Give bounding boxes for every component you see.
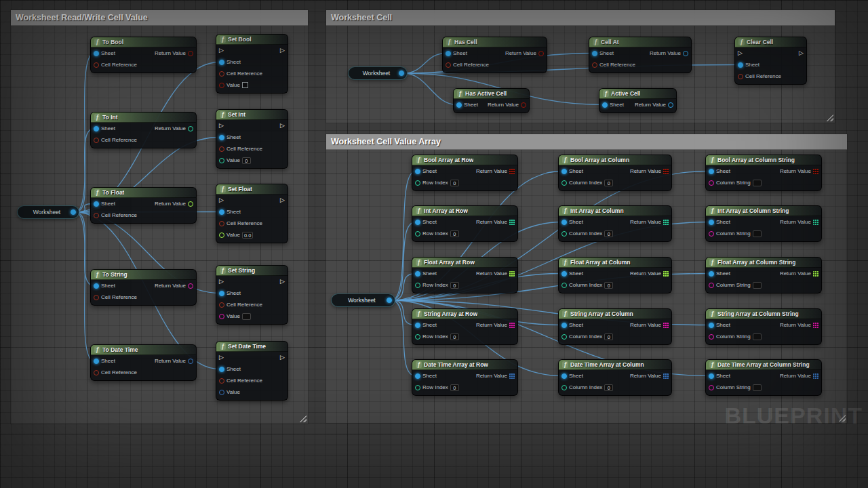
sheet-pin-icon[interactable]	[709, 169, 714, 174]
node-header[interactable]: ƒInt Array at Column	[559, 206, 671, 216]
pin-return-value[interactable]: Return Value	[155, 125, 193, 131]
pin-exec[interactable]: ▷	[280, 47, 285, 54]
sheet-pin-icon[interactable]	[219, 60, 224, 65]
pin-return-value[interactable]: Return Value	[630, 373, 669, 379]
pin-value[interactable]: Value0.0	[219, 232, 253, 239]
node-float-colstr[interactable]: ƒFloat Array at Column StringSheetReturn…	[705, 257, 822, 293]
pin-sheet[interactable]: Sheet	[592, 50, 614, 56]
node-ws-arr[interactable]: Worksheet	[331, 293, 395, 307]
node-set-bool[interactable]: ƒSet Bool▷▷SheetCell ReferenceValue	[216, 34, 288, 94]
sheet-pin-icon[interactable]	[219, 291, 224, 296]
exec-pin-icon[interactable]: ▷	[219, 354, 224, 361]
column-string-pin-icon[interactable]	[709, 283, 714, 288]
node-header[interactable]: ƒFloat Array at Column String	[706, 258, 821, 268]
row-index-pin-icon[interactable]	[415, 283, 420, 288]
cell-reference-pin-icon[interactable]	[219, 71, 224, 77]
column-string-pin-icon[interactable]	[709, 231, 714, 237]
pin-exec[interactable]: ▷	[219, 279, 224, 285]
return-value-pin-icon[interactable]	[663, 169, 669, 174]
pin-sheet[interactable]: Sheet	[709, 270, 730, 277]
node-to-string[interactable]: ƒTo StringSheetReturn ValueCell Referenc…	[90, 269, 197, 306]
node-has-active-cell[interactable]: ƒHas Active CellSheetReturn Value	[453, 88, 530, 113]
return-value-pin-icon[interactable]	[188, 126, 193, 131]
pin-sheet[interactable]: Sheet	[709, 219, 730, 225]
pin-cell-reference[interactable]: Cell Reference	[94, 369, 137, 375]
return-value-pin-icon[interactable]	[538, 51, 544, 56]
pin-return-value[interactable]: Return Value	[650, 50, 688, 56]
value-pin-icon[interactable]	[219, 390, 224, 395]
value-field[interactable]	[753, 333, 762, 340]
comment-title-bar[interactable]: Worksheet Cell	[326, 10, 835, 26]
pin-return-value[interactable]: Return Value	[476, 168, 515, 174]
pin-sheet[interactable]: Sheet	[94, 50, 115, 56]
blueprint-graph-canvas[interactable]: BLUEPRINT Worksheet Read/Write Cell Valu…	[0, 0, 868, 488]
pin-sheet[interactable]: Sheet	[561, 219, 583, 225]
sheet-pin-icon[interactable]	[446, 51, 451, 56]
pin-sheet[interactable]: Sheet	[738, 62, 760, 68]
sheet-pin-icon[interactable]	[709, 323, 714, 328]
value-field[interactable]: 0.0	[242, 232, 253, 239]
exec-pin-icon[interactable]: ▷	[280, 123, 285, 129]
sheet-pin-icon[interactable]	[709, 373, 714, 379]
sheet-pin-icon[interactable]	[94, 359, 99, 364]
pin-return-value[interactable]: Return Value	[780, 322, 818, 328]
pin-cell-reference[interactable]: Cell Reference	[219, 70, 262, 77]
node-int-col[interactable]: ƒInt Array at ColumnSheetReturn ValueCol…	[558, 205, 672, 242]
value-field[interactable]: 0	[604, 180, 613, 186]
pin-exec[interactable]: ▷	[738, 50, 743, 56]
node-set-datetime[interactable]: ƒSet Date Time▷▷SheetCell ReferenceValue	[216, 341, 288, 401]
node-set-float[interactable]: ƒSet Float▷▷SheetCell ReferenceValue0.0	[216, 184, 288, 243]
value-field[interactable]: 0	[604, 230, 613, 237]
sheet-pin-icon[interactable]	[94, 283, 99, 289]
exec-pin-icon[interactable]: ▷	[738, 50, 743, 56]
node-bool-colstr[interactable]: ƒBool Array at Column StringSheetReturn …	[705, 155, 822, 191]
pin-sheet[interactable]: Sheet	[446, 50, 467, 56]
return-value-pin-icon[interactable]	[663, 220, 669, 225]
cell-reference-pin-icon[interactable]	[446, 62, 451, 68]
comment-resize-handle[interactable]	[838, 414, 846, 422]
cell-reference-pin-icon[interactable]	[219, 378, 224, 384]
pin-sheet[interactable]: Sheet	[219, 59, 241, 65]
sheet-pin-icon[interactable]	[738, 62, 743, 68]
node-str-colstr[interactable]: ƒString Array at Column StringSheetRetur…	[705, 308, 822, 345]
pin-row-index[interactable]: Row Index0	[415, 230, 459, 237]
pin-sheet[interactable]: Sheet	[709, 373, 730, 379]
pin-cell-reference[interactable]: Cell Reference	[94, 294, 137, 300]
column-index-pin-icon[interactable]	[561, 231, 567, 237]
pin-return-value[interactable]: Return Value	[780, 219, 818, 225]
sheet-pin-icon[interactable]	[415, 220, 420, 225]
return-value-pin-icon[interactable]	[813, 271, 818, 277]
node-header[interactable]: ƒActive Cell	[599, 89, 676, 99]
pin-column-index[interactable]: Column Index0	[561, 180, 613, 186]
node-clear-cell[interactable]: ƒClear Cell▷▷SheetCell Reference	[734, 37, 807, 85]
variable-output-pin-icon[interactable]	[387, 298, 392, 303]
node-float-row[interactable]: ƒFloat Array at RowSheetReturn ValueRow …	[412, 257, 518, 293]
sheet-pin-icon[interactable]	[415, 323, 420, 328]
sheet-pin-icon[interactable]	[94, 201, 99, 207]
return-value-pin-icon[interactable]	[663, 323, 669, 328]
row-index-pin-icon[interactable]	[415, 231, 420, 237]
sheet-pin-icon[interactable]	[561, 271, 567, 277]
node-header[interactable]: ƒSet Date Time	[216, 342, 288, 352]
comment-title-bar[interactable]: Worksheet Cell Value Array	[326, 134, 847, 150]
sheet-pin-icon[interactable]	[415, 373, 420, 379]
pin-sheet[interactable]: Sheet	[94, 358, 115, 364]
cell-reference-pin-icon[interactable]	[94, 295, 99, 300]
pin-sheet[interactable]: Sheet	[415, 373, 437, 379]
sheet-pin-icon[interactable]	[415, 271, 420, 277]
value-checkbox[interactable]	[242, 82, 248, 88]
comment-resize-handle[interactable]	[826, 114, 833, 121]
node-float-col[interactable]: ƒFloat Array at ColumnSheetReturn ValueC…	[558, 257, 672, 293]
pin-return-value[interactable]: Return Value	[476, 373, 515, 379]
pin-sheet[interactable]: Sheet	[561, 270, 583, 277]
cell-reference-pin-icon[interactable]	[738, 74, 743, 79]
pin-row-index[interactable]: Row Index0	[415, 180, 459, 186]
pin-return-value[interactable]: Return Value	[505, 50, 544, 56]
node-header[interactable]: ƒHas Cell	[443, 37, 547, 47]
pin-sheet[interactable]: Sheet	[415, 219, 437, 225]
pin-return-value[interactable]: Return Value	[630, 219, 669, 225]
node-int-colstr[interactable]: ƒInt Array at Column StringSheetReturn V…	[705, 205, 822, 242]
node-header[interactable]: ƒString Array at Row	[412, 309, 517, 319]
pin-return-value[interactable]: Return Value	[155, 358, 193, 364]
return-value-pin-icon[interactable]	[188, 51, 193, 56]
